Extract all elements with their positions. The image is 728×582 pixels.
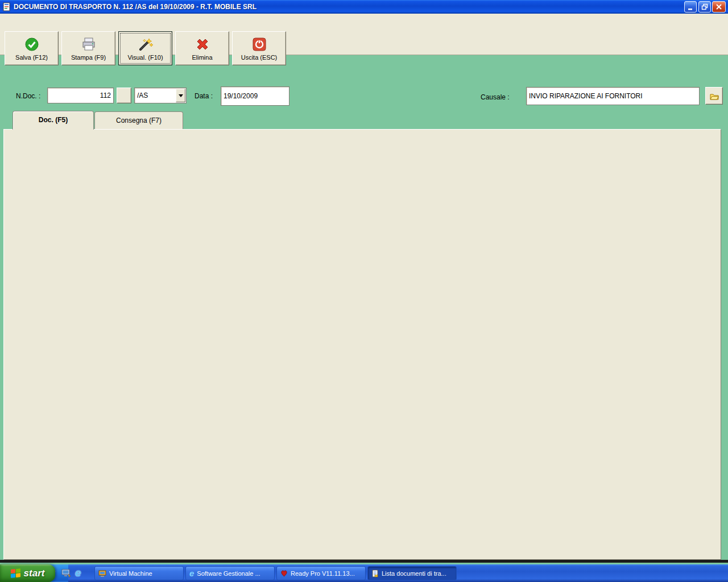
- window-bottom-edge: [0, 560, 728, 563]
- causale-label: Causale :: [481, 93, 510, 101]
- causale-lookup-button[interactable]: [705, 87, 723, 105]
- delete-label: Elimina: [192, 54, 212, 61]
- readypro-icon: [280, 569, 288, 577]
- vm-icon: [98, 569, 106, 577]
- tab-doc-label: Doc. (F5): [39, 116, 68, 124]
- document-icon: [371, 569, 379, 577]
- close-button[interactable]: [712, 1, 726, 13]
- causale-field[interactable]: [526, 87, 700, 105]
- exit-button[interactable]: Uscita (ESC): [232, 31, 286, 65]
- app-icon: [2, 2, 11, 11]
- tab-consegna-label: Consegna (F7): [116, 117, 162, 124]
- power-icon: [251, 36, 267, 52]
- taskbar: start e Virtual Machine e Software Gesti…: [0, 564, 728, 582]
- start-label: start: [24, 568, 45, 579]
- print-button[interactable]: Stampa (F9): [61, 31, 115, 65]
- taskbar-button-label: Virtual Machine: [109, 570, 152, 577]
- taskbar-button-label: Ready Pro V11.11.13...: [291, 570, 355, 577]
- magic-wand-icon: [138, 36, 154, 52]
- series-dropdown-button[interactable]: [176, 89, 185, 102]
- quicklaunch-desktop-icon[interactable]: [61, 568, 71, 578]
- check-circle-icon: [24, 36, 40, 52]
- print-label: Stampa (F9): [71, 54, 106, 61]
- chevron-down-icon: [179, 94, 183, 97]
- taskbar-button-software-gestionale[interactable]: e Software Gestionale ...: [185, 566, 275, 580]
- data-label: Data :: [195, 92, 213, 100]
- printer-icon: [81, 36, 97, 52]
- tab-consegna[interactable]: Consegna (F7): [94, 111, 183, 130]
- minimize-button[interactable]: [684, 1, 697, 13]
- restore-button[interactable]: [698, 1, 711, 13]
- ndoc-spin-button[interactable]: [117, 88, 131, 103]
- visual-label: Visual. (F10): [127, 54, 163, 61]
- quicklaunch-ie-icon[interactable]: e: [75, 567, 85, 579]
- windows-flag-icon: [11, 568, 21, 579]
- data-field[interactable]: [221, 86, 289, 106]
- ndoc-field[interactable]: [47, 88, 114, 103]
- delete-button[interactable]: Elimina: [175, 31, 229, 65]
- tab-doc[interactable]: Doc. (F5): [13, 111, 94, 130]
- series-value: /AS: [137, 88, 175, 103]
- taskbar-button-label: Lista documenti di tra...: [382, 570, 446, 577]
- start-button[interactable]: start: [0, 564, 55, 582]
- red-x-icon: [195, 36, 210, 52]
- doc-panel: [3, 129, 721, 560]
- window-title: DOCUMENTO DI TRASPORTO N. 112 /AS del 19…: [14, 3, 257, 11]
- ndoc-label: N.Doc. :: [16, 92, 40, 100]
- taskbar-button-label: Software Gestionale ...: [197, 570, 260, 577]
- save-label: Salva (F12): [15, 54, 48, 61]
- folder-icon: [709, 92, 719, 101]
- taskbar-button-virtual-machine[interactable]: Virtual Machine: [94, 566, 184, 580]
- visual-button[interactable]: Visual. (F10): [118, 31, 172, 65]
- exit-label: Uscita (ESC): [241, 54, 278, 61]
- series-select[interactable]: /AS: [134, 88, 187, 103]
- ie-icon: e: [189, 568, 194, 578]
- taskbar-button-ready-pro[interactable]: Ready Pro V11.11.13...: [276, 566, 366, 580]
- app-window: DOCUMENTO DI TRASPORTO N. 112 /AS del 19…: [0, 0, 728, 582]
- toolbar: Salva (F12) Stampa (F9) Visual. (F10) El…: [0, 14, 728, 55]
- taskbar-button-lista-documenti[interactable]: Lista documenti di tra...: [367, 566, 457, 580]
- title-bar: DOCUMENTO DI TRASPORTO N. 112 /AS del 19…: [0, 0, 728, 14]
- save-button[interactable]: Salva (F12): [5, 31, 59, 65]
